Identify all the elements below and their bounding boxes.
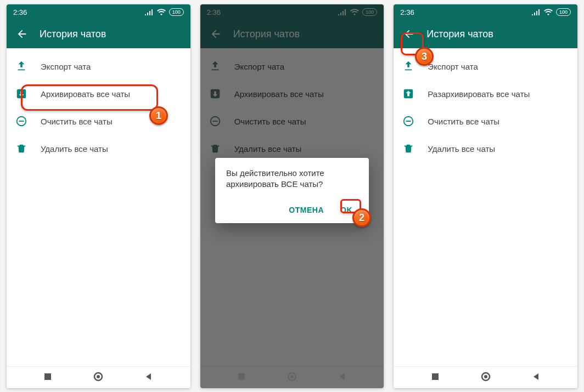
menu-item-label: Экспорт чата (428, 62, 478, 71)
battery-icon: 100 (556, 8, 571, 16)
minus-circle-icon (402, 115, 414, 127)
archive-icon (15, 88, 27, 100)
status-icons: 100 (145, 8, 184, 16)
nav-home-button[interactable] (93, 372, 103, 384)
menu-item-clear-all[interactable]: Очистить все чаты (394, 107, 577, 135)
back-button[interactable] (398, 23, 420, 45)
signal-icon (145, 9, 154, 15)
minus-circle-icon (15, 115, 27, 127)
menu-item-delete-all[interactable]: Удалить все чаты (394, 135, 577, 162)
nav-recent-button[interactable] (43, 372, 52, 383)
modal-overlay[interactable]: Вы действительно хотите архивировать ВСЕ… (200, 4, 384, 388)
svg-rect-3 (44, 373, 51, 380)
nav-home-button[interactable] (481, 372, 491, 384)
menu-item-label: Экспорт чата (41, 62, 91, 71)
svg-rect-2 (19, 121, 24, 122)
nav-back-button[interactable] (144, 372, 153, 383)
back-button[interactable] (11, 23, 33, 45)
android-nav-bar (394, 366, 577, 388)
menu-item-label: Удалить все чаты (41, 144, 108, 154)
wifi-icon (544, 9, 553, 15)
arrow-left-icon (16, 28, 28, 40)
trash-icon (15, 143, 27, 155)
phone-screenshot-2: 2:36 100 История чатов Экспорт чата Архи… (200, 4, 384, 388)
page-title: История чатов (426, 29, 493, 40)
battery-icon: 100 (169, 8, 184, 16)
svg-point-17 (484, 375, 487, 378)
upload-icon (15, 60, 27, 72)
phone-screenshot-3: 2:36 100 История чатов Экспорт чата Раза… (394, 4, 577, 388)
app-bar: История чатов (394, 20, 577, 48)
status-time: 2:36 (13, 8, 27, 16)
android-nav-bar (7, 366, 190, 388)
page-title: История чатов (40, 29, 106, 40)
wifi-icon (157, 9, 166, 15)
dialog-message: Вы действительно хотите архивировать ВСЕ… (226, 168, 358, 190)
settings-list: Экспорт чата Архивировать все чаты Очист… (7, 48, 190, 366)
confirm-dialog: Вы действительно хотите архивировать ВСЕ… (215, 158, 369, 223)
menu-item-label: Очистить все чаты (428, 117, 499, 126)
svg-rect-15 (432, 373, 439, 380)
unarchive-icon (402, 88, 414, 100)
dialog-ok-button[interactable]: OK (335, 202, 358, 218)
menu-item-label: Архивировать все чаты (41, 89, 130, 99)
status-icons: 100 (532, 8, 571, 16)
nav-recent-button[interactable] (431, 372, 440, 383)
menu-item-archive-all[interactable]: Архивировать все чаты (7, 80, 190, 107)
upload-icon (402, 60, 414, 72)
menu-item-delete-all[interactable]: Удалить все чаты (7, 135, 190, 162)
arrow-left-icon (403, 28, 415, 40)
svg-point-5 (97, 375, 100, 378)
menu-item-clear-all[interactable]: Очистить все чаты (7, 107, 190, 135)
status-time: 2:36 (400, 8, 414, 16)
status-bar: 2:36 100 (394, 4, 577, 20)
dialog-actions: ОТМЕНА OK (226, 202, 358, 218)
menu-item-label: Удалить все чаты (428, 144, 495, 154)
menu-item-export-chat[interactable]: Экспорт чата (7, 53, 190, 80)
trash-icon (402, 143, 414, 155)
menu-item-export-chat[interactable]: Экспорт чата (394, 53, 577, 80)
menu-item-unarchive-all[interactable]: Разархивировать все чаты (394, 80, 577, 107)
svg-rect-14 (406, 121, 411, 122)
menu-item-label: Разархивировать все чаты (428, 89, 530, 99)
signal-icon (532, 9, 541, 15)
app-bar: История чатов (7, 20, 190, 48)
phone-screenshot-1: 2:36 100 История чатов Экспорт чата Архи… (7, 4, 190, 388)
dialog-cancel-button[interactable]: ОТМЕНА (283, 202, 329, 218)
nav-back-button[interactable] (532, 372, 541, 383)
settings-list: Экспорт чата Разархивировать все чаты Оч… (394, 48, 577, 366)
status-bar: 2:36 100 (7, 4, 190, 20)
menu-item-label: Очистить все чаты (41, 117, 113, 126)
